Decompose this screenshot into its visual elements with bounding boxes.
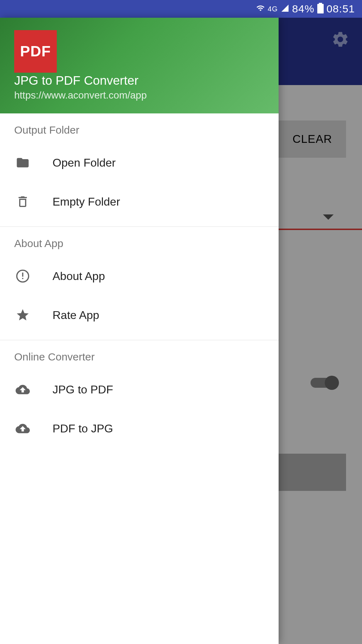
delete-icon [14,193,31,210]
app-logo-text: PDF [20,43,51,60]
clock: 08:51 [327,3,355,15]
drawer-body: Output Folder Open Folder Empty Folder A… [0,113,279,644]
section-label: Output Folder [0,124,279,143]
svg-rect-2 [22,273,23,277]
cloud-upload-icon [14,420,31,437]
navigation-drawer: PDF JPG to PDF Converter https://www.aco… [0,18,279,644]
nav-item-rate-app[interactable]: Rate App [0,296,279,335]
svg-rect-1 [319,3,322,5]
nav-item-pdf-to-jpg[interactable]: PDF to JPG [0,409,279,448]
section-about-app: About App About App Rate App [0,227,279,340]
section-output-folder: Output Folder Open Folder Empty Folder [0,113,279,227]
network-label: 4G [268,5,278,13]
drawer-title: JPG to PDF Converter [14,73,264,88]
nav-item-label: PDF to JPG [53,422,113,435]
info-icon [14,268,31,285]
section-label: Online Converter [0,351,279,370]
section-label: About App [0,237,279,257]
nav-item-label: JPG to PDF [53,383,113,396]
nav-item-label: Open Folder [53,156,116,169]
drawer-header: PDF JPG to PDF Converter https://www.aco… [0,18,279,113]
app-logo: PDF [14,30,57,73]
nav-item-label: Rate App [53,309,99,322]
nav-item-label: Empty Folder [53,195,120,208]
svg-rect-3 [22,278,23,279]
section-online-converter: Online Converter JPG to PDF PDF to JPG [0,340,279,453]
nav-item-label: About App [53,270,105,283]
status-icons: 4G 84% 08:51 [256,3,355,15]
cloud-upload-icon [14,381,31,398]
wifi-icon [256,4,265,14]
nav-item-open-folder[interactable]: Open Folder [0,143,279,182]
nav-item-about-app[interactable]: About App [0,257,279,296]
folder-icon [14,154,31,171]
signal-icon [281,4,289,14]
nav-item-jpg-to-pdf[interactable]: JPG to PDF [0,370,279,409]
status-bar: 4G 84% 08:51 [0,0,362,18]
nav-item-empty-folder[interactable]: Empty Folder [0,182,279,221]
star-icon [14,307,31,324]
battery-percent: 84% [292,3,314,15]
drawer-subtitle: https://www.aconvert.com/app [14,90,264,101]
svg-rect-0 [317,4,324,13]
battery-icon [317,3,324,15]
